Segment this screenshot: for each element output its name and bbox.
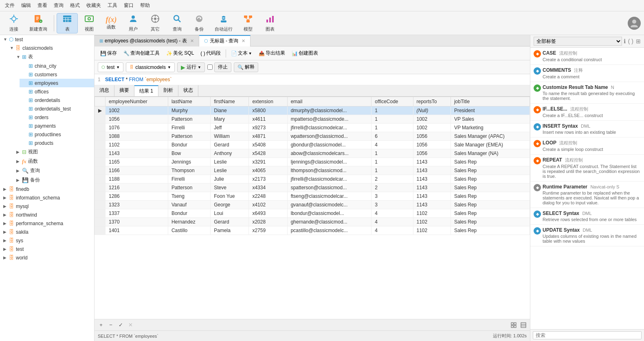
col-header-email[interactable]: email (287, 97, 371, 106)
sidebar-table-orderdetails-test[interactable]: ⊞ orderdetails_test (20, 104, 94, 113)
sidebar-table-offices[interactable]: ⊞ offices (20, 87, 94, 96)
table-row[interactable]: 1056PattersonMaryx4611mpatterso@classicm… (95, 115, 530, 124)
table-row[interactable]: 1286TsengFoon Yuex2248ftseng@classicmode… (95, 192, 530, 201)
cell-email[interactable]: ljennings@classicmodel... (287, 158, 371, 166)
col-header-employeeNumber[interactable]: employeeNumber (106, 97, 168, 106)
other-button[interactable]: 其它 (145, 13, 166, 33)
cell-jobTitle[interactable]: Sales Rep (451, 226, 530, 235)
cell-reportsTo[interactable]: 1143 (413, 201, 451, 209)
cell-employeeNumber[interactable]: 1370 (106, 218, 168, 226)
save-button[interactable]: 💾 保存 (98, 49, 119, 58)
insert-icon[interactable]: ( ) (628, 38, 633, 44)
snippet-item[interactable]: ◆ INSERT Syntax DML Insert new rows into… (530, 121, 644, 137)
cell-jobTitle[interactable]: Sales Rep (451, 166, 530, 175)
query-tab-close[interactable]: ✕ (242, 38, 245, 44)
cell-firstName[interactable]: Anthony (211, 149, 249, 158)
cell-employeeNumber[interactable]: 1088 (106, 132, 168, 141)
sidebar-item-northwind[interactable]: ▶ 🗄 northwind (0, 210, 94, 219)
sidebar-table-payments[interactable]: ⊞ payments (20, 122, 94, 130)
cell-firstName[interactable]: Jeff (211, 124, 249, 132)
user-avatar[interactable] (628, 17, 641, 30)
cell-reportsTo[interactable]: (Null) (413, 106, 451, 115)
cell-officeCode[interactable]: 1 (371, 124, 413, 132)
cell-email[interactable]: ghernande@classicmod... (287, 218, 371, 226)
cell-email[interactable]: jfirrelli@classicmodelcar... (287, 175, 371, 184)
grid-view-button[interactable] (510, 321, 518, 329)
cell-extension[interactable]: x2173 (249, 175, 287, 184)
sidebar-item-tables[interactable]: ▼ ⊞ 表 (13, 52, 94, 62)
cell-extension[interactable]: x2028 (249, 218, 287, 226)
table-row[interactable]: 1216PattersonStevex4334spatterson@classi… (95, 184, 530, 192)
view-button[interactable]: 视图 (79, 13, 100, 33)
cell-jobTitle[interactable]: Sales Manager (NA) (451, 149, 530, 158)
sidebar-item-mysql[interactable]: ▶ 🗄 mysql (0, 202, 94, 210)
auto-run-button[interactable]: 自动运行 (211, 13, 237, 33)
cell-reportsTo[interactable]: 1056 (413, 141, 451, 149)
cell-reportsTo[interactable]: 1102 (413, 226, 451, 235)
sidebar-item-finedb[interactable]: ▶ 🗄 finedb (0, 185, 94, 193)
cell-firstName[interactable]: George (211, 201, 249, 209)
sidebar-item-information-schema[interactable]: ▶ 🗄 information_schema (0, 193, 94, 202)
table-row[interactable]: 1188FirrelliJuliex2173jfirrelli@classicm… (95, 175, 530, 184)
cell-lastName[interactable]: Vanauf (168, 201, 210, 209)
sidebar-table-employees[interactable]: ⊞ employees (20, 79, 94, 87)
cell-reportsTo[interactable]: 1102 (413, 218, 451, 226)
cell-employeeNumber[interactable]: 1002 (106, 106, 168, 115)
col-header-extension[interactable]: extension (249, 97, 287, 106)
col-header-lastName[interactable]: lastName (168, 97, 210, 106)
stop-button[interactable]: 停止 (214, 62, 231, 72)
cell-lastName[interactable]: Hernandez (168, 218, 210, 226)
table-row[interactable]: 1166ThompsonLesliex4065lthompson@classic… (95, 166, 530, 175)
cell-officeCode[interactable]: 2 (371, 184, 413, 192)
sidebar-item-world[interactable]: ▶ 🗄 world (0, 253, 94, 262)
cell-lastName[interactable]: Tseng (168, 192, 210, 201)
table-row[interactable]: 1401CastilloPamelax2759pcastillo@classic… (95, 226, 530, 235)
col-header-firstName[interactable]: firstName (211, 97, 249, 106)
cell-jobTitle[interactable]: Sales Rep (451, 201, 530, 209)
cell-extension[interactable]: x4611 (249, 115, 287, 124)
cell-jobTitle[interactable]: Sales Rep (451, 192, 530, 201)
table-row[interactable]: 1076FirrelliJeffx9273jfirrelli@classicmo… (95, 124, 530, 132)
cell-employeeNumber[interactable]: 1401 (106, 226, 168, 235)
snippet-item[interactable]: ◆ IF...ELSE... 流程控制 Create a IF...ELSE..… (530, 104, 644, 121)
sidebar-item-queries[interactable]: ▶ 🔍 查询 (13, 166, 94, 175)
cell-employeeNumber[interactable]: 1337 (106, 209, 168, 218)
sidebar-table-products[interactable]: ⊞ products (20, 139, 94, 147)
result-tab-status[interactable]: 状态 (178, 85, 198, 96)
cell-reportsTo[interactable]: 1143 (413, 158, 451, 166)
function-button[interactable]: f(x) 函数 (101, 13, 122, 33)
cell-extension[interactable]: x4334 (249, 184, 287, 192)
cell-reportsTo[interactable]: 1002 (413, 124, 451, 132)
run-button[interactable]: ▶ 运行 ▼ (177, 62, 205, 72)
cell-email[interactable]: gbondur@classicmodel... (287, 141, 371, 149)
sidebar-item-backups[interactable]: ▶ 💾 备份 (13, 175, 94, 185)
cell-firstName[interactable]: Loui (211, 209, 249, 218)
sidebar-table-china-city[interactable]: ⊞ china_city (20, 62, 94, 70)
sidebar-item-classicmodels[interactable]: ▼ 🗄 classicmodels (7, 44, 94, 52)
sidebar-item-functions[interactable]: ▶ fx 函数 (13, 157, 94, 166)
snippet-item[interactable]: ◆ Runtime Parameter Navicat-only S Runti… (530, 182, 644, 208)
table-row[interactable]: 1323VanaufGeorgex4102gvanauf@classicmode… (95, 201, 530, 209)
cell-reportsTo[interactable]: 1002 (413, 115, 451, 124)
table-row[interactable]: ▶1002MurphyDianex5800dmurphy@classicmode… (95, 106, 530, 115)
cell-reportsTo[interactable]: 1056 (413, 149, 451, 158)
cell-firstName[interactable]: Mary (211, 115, 249, 124)
cell-extension[interactable]: x5408 (249, 141, 287, 149)
cell-email[interactable]: lthompson@classicmod... (287, 166, 371, 175)
sidebar-table-productlines[interactable]: ⊞ productlines (20, 130, 94, 139)
cell-jobTitle[interactable]: Sales Rep (451, 175, 530, 184)
cell-employeeNumber[interactable]: 1188 (106, 175, 168, 184)
sidebar-item-test-connection[interactable]: ▼ ⬡ test (0, 35, 94, 44)
cell-firstName[interactable]: Gerard (211, 218, 249, 226)
cell-extension[interactable]: x4102 (249, 201, 287, 209)
cell-officeCode[interactable]: 3 (371, 192, 413, 201)
sidebar-table-orderdetails[interactable]: ⊞ orderdetails (20, 96, 94, 104)
user-button[interactable]: 用户 (123, 13, 144, 33)
cell-lastName[interactable]: Firrelli (168, 124, 210, 132)
menu-edit[interactable]: 编辑 (18, 1, 34, 10)
cell-firstName[interactable]: Pamela (211, 226, 249, 235)
cell-reportsTo[interactable]: 1143 (413, 166, 451, 175)
result-tab-msg[interactable]: 消息 (95, 85, 114, 96)
menu-tools[interactable]: 工具 (104, 1, 121, 10)
cell-officeCode[interactable]: 4 (371, 141, 413, 149)
